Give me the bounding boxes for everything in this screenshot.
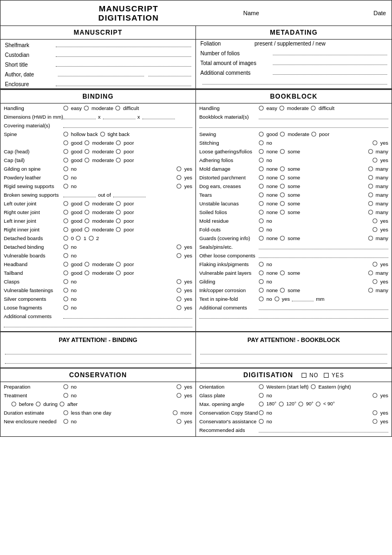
de-many-radio[interactable] [368, 184, 373, 189]
silver-yes-radio[interactable] [177, 296, 181, 301]
short-title-dots[interactable] [56, 60, 191, 67]
sf-some-radio[interactable] [280, 210, 285, 215]
digitisation-yes-checkbox[interactable] [324, 373, 329, 378]
tears-none-radio[interactable] [259, 192, 264, 197]
moa-120-radio[interactable] [279, 402, 284, 406]
vb-no-radio[interactable] [63, 253, 68, 258]
bb-handling-easy-radio[interactable] [259, 106, 264, 111]
detached-binding-no-radio[interactable] [63, 244, 68, 249]
dp-none-radio[interactable] [259, 175, 264, 180]
dp-some-radio[interactable] [280, 175, 285, 180]
rij-poor-radio[interactable] [116, 227, 121, 232]
orient-western-radio[interactable] [259, 384, 264, 389]
loj-good-radio[interactable] [63, 201, 68, 206]
cap-tail-poor-radio[interactable] [116, 158, 121, 163]
detached-binding-yes-radio[interactable] [177, 244, 181, 249]
sf-many-radio[interactable] [368, 210, 373, 215]
additional-comments-meta-dots2[interactable] [202, 78, 387, 85]
bb-material-dots2[interactable] [199, 122, 388, 128]
db-2-radio[interactable] [89, 236, 94, 241]
tears-some-radio[interactable] [280, 192, 285, 197]
ul-none-radio[interactable] [259, 201, 264, 206]
pay-attention-bookblock-line2[interactable] [200, 356, 387, 364]
prep-no-radio[interactable] [63, 384, 68, 389]
md-none-radio[interactable] [259, 166, 264, 171]
powdery-leather-no-radio[interactable] [63, 175, 68, 180]
bb-handling-moderate-radio[interactable] [279, 106, 284, 111]
covering-material-dots[interactable] [63, 122, 192, 128]
gilding-spine-no-radio[interactable] [63, 166, 68, 171]
other-loose-dots[interactable] [259, 253, 388, 258]
binding-handling-difficult-radio[interactable] [115, 106, 120, 111]
fo-yes-radio[interactable] [373, 227, 377, 232]
spine-hollow-radio[interactable] [63, 132, 68, 137]
seals-dots[interactable] [259, 244, 388, 249]
dim-d-dots[interactable] [142, 114, 175, 119]
pay-attention-binding-line2[interactable] [5, 356, 191, 364]
vuln-fast-yes-radio[interactable] [177, 288, 181, 293]
additional-comments-meta-dots[interactable] [273, 68, 387, 75]
sewing-good-radio[interactable] [259, 132, 264, 137]
bda-during-radio[interactable] [36, 402, 41, 406]
stitching-no-radio[interactable] [259, 140, 264, 145]
db-1-radio[interactable] [76, 236, 81, 241]
pay-attention-binding-line1[interactable] [5, 347, 191, 354]
moa-less90-radio[interactable] [316, 402, 321, 406]
author-date-dots1[interactable] [58, 70, 144, 76]
spine-good-radio[interactable] [63, 140, 68, 145]
gp-yes-radio[interactable] [373, 393, 377, 398]
bda-after-radio[interactable] [60, 402, 64, 406]
gilding-spine-yes-radio[interactable] [177, 166, 181, 171]
ca-no-radio[interactable] [259, 419, 264, 424]
sewing-poor-radio[interactable] [311, 132, 316, 137]
rij-good-radio[interactable] [63, 227, 68, 232]
ca-yes-radio[interactable] [373, 419, 377, 424]
gp-no-radio[interactable] [259, 393, 264, 398]
lg-many-radio[interactable] [368, 149, 373, 154]
sewing-moderate-radio[interactable] [280, 132, 285, 137]
fi-yes-radio[interactable] [373, 262, 377, 267]
bda-before-radio[interactable] [11, 402, 16, 406]
spine-poor-radio[interactable] [116, 140, 121, 145]
tailband-moderate-radio[interactable] [84, 270, 89, 275]
lij-poor-radio[interactable] [116, 218, 121, 223]
binding-additional-comments-dots[interactable] [63, 313, 192, 319]
loose-frag-no-radio[interactable] [63, 305, 68, 310]
orient-eastern-radio[interactable] [311, 384, 316, 389]
roj-poor-radio[interactable] [116, 210, 121, 215]
tsf-mm-dots[interactable] [292, 296, 313, 301]
af-yes-radio[interactable] [373, 158, 377, 163]
tailband-poor-radio[interactable] [116, 270, 121, 275]
lg-none-radio[interactable] [259, 149, 264, 154]
treat-no-radio[interactable] [63, 393, 68, 398]
cap-head-moderate-radio[interactable] [84, 149, 89, 154]
de-some-radio[interactable] [280, 184, 285, 189]
ic-some-radio[interactable] [280, 288, 285, 293]
vp-some-radio[interactable] [280, 270, 285, 275]
vp-many-radio[interactable] [368, 270, 373, 275]
dur-more-radio[interactable] [173, 410, 178, 415]
guards-some-radio[interactable] [280, 236, 285, 241]
md-many-radio[interactable] [368, 166, 373, 171]
fo-no-radio[interactable] [259, 227, 264, 232]
headband-good-radio[interactable] [63, 262, 68, 267]
binding-handling-moderate-radio[interactable] [84, 106, 89, 111]
cap-tail-good-radio[interactable] [63, 158, 68, 163]
total-images-dots[interactable] [273, 59, 387, 65]
rigid-sewing-yes-radio[interactable] [177, 184, 181, 189]
binding-handling-easy-radio[interactable] [63, 106, 68, 111]
loj-poor-radio[interactable] [116, 201, 121, 206]
spine-tight-radio[interactable] [100, 132, 105, 137]
loose-frag-yes-radio[interactable] [177, 305, 181, 310]
prep-yes-radio[interactable] [177, 384, 181, 389]
moa-90-radio[interactable] [298, 402, 303, 406]
cap-tail-moderate-radio[interactable] [84, 158, 89, 163]
lg-some-radio[interactable] [280, 149, 285, 154]
rigid-sewing-no-radio[interactable] [63, 184, 68, 189]
cap-head-poor-radio[interactable] [116, 149, 121, 154]
ne-no-radio[interactable] [63, 419, 68, 424]
tsf-no-radio[interactable] [259, 296, 264, 301]
ul-many-radio[interactable] [368, 201, 373, 206]
dp-many-radio[interactable] [368, 175, 373, 180]
mr-no-radio[interactable] [259, 218, 264, 223]
